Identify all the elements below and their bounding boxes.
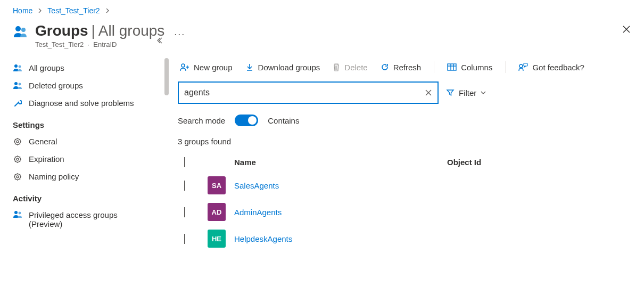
row-checkbox[interactable] <box>184 207 185 217</box>
group-avatar: SA <box>208 176 226 194</box>
svg-point-0 <box>15 26 21 31</box>
sidebar-item-diagnose[interactable]: Diagnose and solve problems <box>11 94 169 112</box>
search-mode-value: Contains <box>268 116 299 125</box>
search-input[interactable] <box>184 88 425 97</box>
column-header-object-id[interactable]: Object Id <box>447 158 635 167</box>
svg-point-12 <box>14 211 18 214</box>
sidebar-item-label: General <box>29 137 57 146</box>
new-group-button[interactable]: New group <box>180 63 233 72</box>
gear-icon <box>13 137 22 146</box>
page-header: Groups | All groups Test_Test_Tier2 · En… <box>0 18 644 53</box>
toolbar-separator <box>434 61 434 73</box>
svg-point-4 <box>14 82 18 85</box>
columns-icon <box>447 63 457 71</box>
sidebar-item-deleted-groups[interactable]: Deleted groups <box>11 77 169 94</box>
svg-point-14 <box>181 64 185 67</box>
breadcrumb-home[interactable]: Home <box>13 6 32 15</box>
sidebar-section-activity: Activity <box>11 185 169 206</box>
toolbar: New group Download groups Delete Refresh <box>176 53 635 78</box>
group-name-link[interactable]: SalesAgents <box>234 181 279 190</box>
chevron-down-icon <box>481 91 486 95</box>
select-all-checkbox[interactable] <box>184 157 185 167</box>
refresh-button[interactable]: Refresh <box>381 63 422 72</box>
toolbar-label: Columns <box>461 63 492 72</box>
svg-point-5 <box>19 83 21 85</box>
row-checkbox[interactable] <box>184 181 185 191</box>
page-title: Groups | All groups <box>35 22 164 39</box>
table-header: Name Object Id <box>176 152 635 172</box>
sidebar-item-label: Deleted groups <box>29 81 83 90</box>
group-name-link[interactable]: AdminAgents <box>234 208 282 217</box>
sidebar-item-general[interactable]: General <box>11 133 169 150</box>
groups-icon <box>13 24 29 39</box>
add-filter-button[interactable]: Filter <box>446 88 486 97</box>
page-subtitle: Test_Test_Tier2 · EntraID <box>35 40 164 48</box>
sidebar-item-label: Privileged access groups (Preview) <box>29 210 135 228</box>
toolbar-label: Got feedback? <box>532 63 584 72</box>
sidebar-item-privileged-access[interactable]: Privileged access groups (Preview) <box>11 206 169 233</box>
filter-label: Filter <box>459 88 476 97</box>
add-people-icon <box>180 63 189 71</box>
search-mode-label: Search mode <box>178 116 225 125</box>
wrench-icon <box>13 99 22 108</box>
gear-icon <box>13 155 22 164</box>
delete-button: Delete <box>333 63 367 72</box>
sidebar: All groups Deleted groups Diagnose and s… <box>0 53 169 294</box>
sidebar-item-expiration[interactable]: Expiration <box>11 150 169 168</box>
page-title-sub: All groups <box>98 22 165 39</box>
svg-point-7 <box>16 141 19 143</box>
table-row[interactable]: ADAdminAgents <box>176 199 635 225</box>
trash-icon <box>333 63 340 71</box>
breadcrumb-tenant[interactable]: Test_Test_Tier2 <box>47 6 100 15</box>
svg-point-1 <box>21 28 26 32</box>
svg-point-11 <box>16 176 19 178</box>
table-row[interactable]: HEHelpdeskAgents <box>176 225 635 252</box>
people-icon <box>13 210 22 219</box>
group-avatar: HE <box>208 230 226 248</box>
toolbar-label: Refresh <box>393 63 422 72</box>
columns-button[interactable]: Columns <box>447 63 492 72</box>
download-groups-button[interactable]: Download groups <box>245 63 320 72</box>
download-icon <box>245 63 254 71</box>
page-title-sep: | <box>92 22 95 39</box>
chevron-right-icon <box>105 9 110 13</box>
table-row[interactable]: SASalesAgents <box>176 172 635 199</box>
clear-search-button[interactable] <box>425 89 432 96</box>
sidebar-item-label: All groups <box>29 63 64 72</box>
svg-point-3 <box>19 65 21 68</box>
group-name-link[interactable]: HelpdeskAgents <box>234 234 292 243</box>
main-content: New group Download groups Delete Refresh <box>169 53 644 294</box>
feedback-button[interactable]: Got feedback? <box>518 63 584 72</box>
chevron-right-icon <box>38 9 42 13</box>
column-header-name[interactable]: Name <box>234 158 447 167</box>
more-menu-button[interactable]: ··· <box>174 29 185 40</box>
toolbar-label: New group <box>194 63 233 72</box>
toolbar-label: Delete <box>344 63 367 72</box>
svg-rect-17 <box>524 63 527 66</box>
group-avatar: AD <box>208 203 226 221</box>
filter-icon <box>446 88 455 97</box>
collapse-sidebar-button[interactable] <box>157 37 164 44</box>
svg-point-9 <box>16 158 19 160</box>
close-button[interactable] <box>622 24 631 34</box>
people-icon <box>13 81 22 90</box>
gear-icon <box>13 173 22 181</box>
sidebar-item-all-groups[interactable]: All groups <box>11 59 169 77</box>
search-input-wrapper[interactable] <box>178 81 439 104</box>
results-count: 3 groups found <box>176 130 635 152</box>
scrollbar-thumb[interactable] <box>164 58 169 95</box>
people-icon <box>13 64 22 72</box>
search-mode-toggle[interactable] <box>235 115 258 126</box>
page-title-main: Groups <box>35 22 88 39</box>
svg-rect-15 <box>448 64 456 70</box>
sidebar-item-label: Expiration <box>29 154 64 164</box>
row-checkbox[interactable] <box>184 234 185 244</box>
sidebar-item-naming-policy[interactable]: Naming policy <box>11 168 169 185</box>
sidebar-item-label: Naming policy <box>29 172 79 181</box>
person-feedback-icon <box>518 63 528 71</box>
breadcrumb: Home Test_Test_Tier2 <box>0 0 644 18</box>
header-directory: EntraID <box>93 40 117 48</box>
svg-point-13 <box>19 212 21 215</box>
sidebar-section-settings: Settings <box>11 112 169 133</box>
header-tenant: Test_Test_Tier2 <box>35 40 84 48</box>
